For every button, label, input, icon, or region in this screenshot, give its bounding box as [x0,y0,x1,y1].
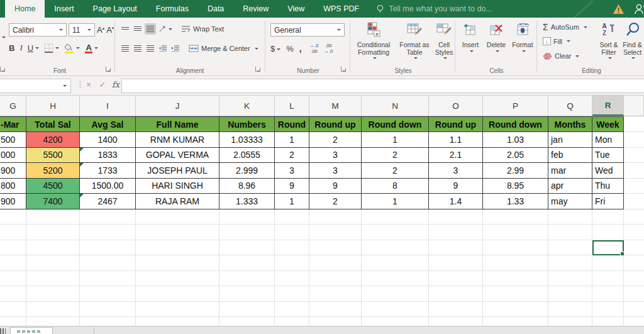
increase-indent-button[interactable] [170,43,181,54]
table-cell[interactable]: 1 [275,194,309,209]
table-header-cell[interactable]: Round up [429,116,483,132]
grow-font-button[interactable]: A▴ [97,25,104,35]
table-cell[interactable]: Wed [592,163,624,179]
table-cell[interactable]: 000 [0,148,26,164]
font-color-button[interactable]: A [85,43,98,53]
table-cell[interactable]: 3 [309,148,362,164]
table-header-cell[interactable]: Total Sal [26,116,80,132]
table-cell[interactable]: 5200 [26,163,80,179]
table-cell[interactable]: JOSEPH PAUL [136,163,219,179]
align-left-button[interactable] [119,43,131,54]
table-cell[interactable]: 2 [309,132,362,148]
wrap-text-button[interactable]: Wrap Text [181,25,224,33]
table-cell[interactable]: 9 [429,179,483,194]
format-cells-button[interactable]: Format [510,20,535,52]
column-header-M[interactable]: M [309,96,362,116]
table-cell[interactable]: 1 [275,132,309,148]
table-cell[interactable]: 2 [309,194,362,209]
fill-color-button[interactable] [64,43,80,53]
table-cell[interactable]: 2.05 [483,148,548,164]
accounting-format-button[interactable]: $ [270,44,280,53]
tab-page-layout[interactable]: Page Layout [84,0,147,18]
increase-decimal-button[interactable]: ←.0.00 [310,43,319,54]
table-cell[interactable]: 1.333 [219,194,275,209]
table-cell[interactable]: 1.4 [429,194,483,209]
table-header-cell[interactable]: Round down [362,116,429,132]
table-cell[interactable]: Thu [592,179,624,194]
table-cell[interactable]: 1500.00 [80,179,136,194]
font-dialog-launcher[interactable] [106,67,111,72]
table-cell[interactable]: 3 [309,163,362,179]
decrease-indent-button[interactable] [157,43,169,54]
table-cell[interactable]: feb [548,148,592,164]
table-cell[interactable]: 1.03 [483,132,548,148]
column-header-K[interactable]: K [219,96,275,116]
table-cell[interactable]: 800 [0,179,26,194]
table-cell[interactable]: apr [548,179,592,194]
decrease-decimal-button[interactable]: .00→.0 [324,43,333,54]
table-cell[interactable]: Fri [592,194,624,209]
align-center-button[interactable] [132,43,143,54]
table-cell[interactable]: mar [548,163,592,179]
table-header-cell[interactable]: -Mar [0,116,26,132]
table-cell[interactable]: jan [548,132,592,148]
table-cell[interactable]: 4200 [26,132,80,148]
insert-function-button[interactable]: fx [110,80,121,89]
table-cell[interactable]: 1.33 [483,194,548,209]
table-cell[interactable]: 3 [429,163,483,179]
enter-button[interactable]: ✓ [97,80,108,89]
table-cell[interactable]: may [548,194,592,209]
bottom-align-button[interactable] [145,23,156,35]
table-cell[interactable]: 1400 [80,132,136,148]
table-header-cell[interactable]: Avg Sal [80,116,136,132]
table-cell[interactable]: GOPAL VERMA [136,148,219,164]
column-header-J[interactable]: J [136,96,219,116]
orientation-button[interactable] [157,23,174,35]
cancel-button[interactable]: × [83,80,94,89]
table-cell[interactable]: Mon [592,132,624,148]
table-cell[interactable]: 3 [275,163,309,179]
name-box[interactable] [0,79,71,93]
alignment-dialog-launcher[interactable] [255,67,260,72]
format-as-table-button[interactable]: Format as Table [396,20,433,59]
warning-icon[interactable] [613,4,625,14]
number-format-select[interactable]: General [270,23,345,36]
table-cell[interactable]: 2 [362,148,429,164]
share-person-icon[interactable] [633,3,644,14]
table-cell[interactable]: 1 [362,194,429,209]
sheet-nav-arrows[interactable] [0,328,6,334]
table-cell[interactable]: 1733 [80,163,136,179]
table-cell[interactable]: 9 [309,179,362,194]
table-header-cell[interactable]: Round [275,116,309,132]
italic-button[interactable]: I [19,43,22,53]
table-cell[interactable]: 1.1 [429,132,483,148]
comma-style-button[interactable]: , [299,43,302,53]
autosum-button[interactable]: Σ AutoSum [543,22,587,32]
sheet-grid[interactable]: -MarTotal SalAvg SalFull NameNumbersRoun… [0,116,644,334]
table-header-cell[interactable]: Months [548,116,592,132]
cell-styles-button[interactable]: Cell Styles [433,20,455,59]
fill-button[interactable]: ↓ Fill [543,37,570,45]
paste-dropdown-caret[interactable] [2,36,6,38]
table-cell[interactable]: 2.99 [483,163,548,179]
conditional-formatting-button[interactable]: ≠ Conditional Formatting [353,20,394,59]
column-header-P[interactable]: P [483,96,548,116]
tab-insert[interactable]: Insert [45,0,83,18]
top-align-button[interactable] [119,23,131,35]
table-cell[interactable]: 1833 [80,148,136,164]
table-header-cell[interactable]: Week [592,116,624,132]
column-header-N[interactable]: N [362,96,429,116]
active-sheet-tab[interactable] [10,327,53,334]
tab-home[interactable]: Home [5,0,45,18]
table-cell[interactable]: 2.999 [219,163,275,179]
table-cell[interactable]: 4500 [26,179,80,194]
table-cell[interactable]: 7400 [26,194,80,209]
percent-style-button[interactable]: % [286,44,294,53]
table-cell[interactable]: Tue [592,148,624,164]
table-header-cell[interactable]: Full Name [136,116,219,132]
font-name-select[interactable]: Calibri [9,23,67,36]
column-header-partial[interactable] [624,96,644,116]
middle-align-button[interactable] [132,23,143,35]
font-size-select[interactable]: 11 [69,23,95,36]
tab-formulas[interactable]: Formulas [147,0,198,18]
